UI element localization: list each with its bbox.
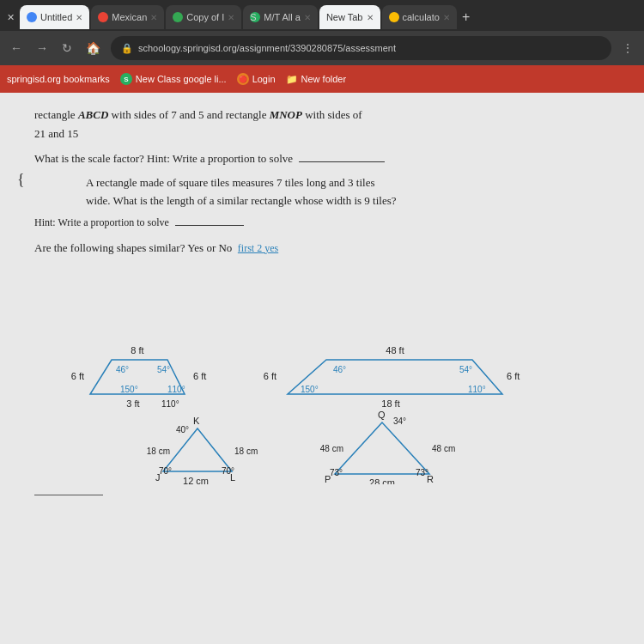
bookmark-login[interactable]: 🔴 Login: [237, 73, 276, 85]
shape3-bottom: 12 cm: [183, 476, 209, 484]
menu-button[interactable]: ⋮: [618, 39, 637, 57]
q1-text: What is the scale factor? Hint: Write a …: [34, 150, 610, 167]
bookmark-label-newfolder: New folder: [301, 74, 347, 84]
forward-button[interactable]: →: [33, 39, 52, 57]
shape3-vertex-j: J: [155, 472, 161, 483]
shape1-right-label: 6 ft: [193, 371, 206, 381]
bookmark-springisd[interactable]: springisd.org bookmarks: [7, 74, 110, 84]
tab-close-copy[interactable]: ✕: [228, 13, 234, 22]
tab-close-mt[interactable]: ✕: [304, 13, 311, 22]
lock-icon: 🔒: [121, 43, 133, 54]
q3-text: Are the following shapes similar? Yes or…: [34, 240, 610, 257]
shape3-top-angle: 40°: [176, 425, 189, 434]
shape4-triangle: [335, 422, 429, 474]
shape1-angle-br: 110°: [167, 385, 185, 394]
shape2-top-label: 48 ft: [386, 345, 404, 355]
q2-section: A rectangle made of square tiles measure…: [86, 174, 610, 210]
shape2-left-label: 6 ft: [264, 371, 276, 381]
shape4-bottom: 28 cm: [369, 477, 395, 484]
shape2-angle-tr: 54°: [459, 365, 472, 374]
shape2-angle-bl: 150°: [301, 385, 319, 394]
address-bar[interactable]: 🔒 schoology.springisd.org/assignment/339…: [111, 36, 611, 60]
shape1-angle-tl: 46°: [116, 365, 129, 374]
hint2-section: Hint: Write a proportion to solve: [34, 216, 610, 229]
tab-copy[interactable]: Copy of I ✕: [166, 5, 241, 29]
page-content: rectangle ABCD with sides of 7 and 5 and…: [0, 93, 644, 644]
q3-section: Are the following shapes similar? Yes or…: [34, 240, 610, 496]
tab-close-newtab[interactable]: ✕: [367, 13, 374, 22]
tab-label-newtab: New Tab: [326, 12, 363, 22]
shape3-right-side: 18 cm: [234, 447, 258, 456]
tab-label-calc: calculato: [403, 12, 440, 22]
tab-untitled[interactable]: Untitled ✕: [20, 5, 89, 29]
bookmark-icon-newfolder: 📁: [286, 74, 298, 85]
shape3-left-side: 18 cm: [147, 447, 170, 456]
tab-label-untitled: Untitled: [40, 12, 72, 22]
address-bar-row: ← → ↻ 🏠 🔒 schoology.springisd.org/assign…: [0, 31, 644, 65]
window-close[interactable]: ✕: [3, 12, 18, 23]
tab-mt[interactable]: S M/T All a ✕: [243, 5, 318, 29]
tab-close-calc[interactable]: ✕: [443, 13, 450, 22]
final-answer-line[interactable]: [34, 495, 103, 495]
q1-section: What is the scale factor? Hint: Write a …: [34, 150, 610, 167]
shapes-svg: 8 ft 46° 54° 150° 110° 6 ft 6 ft 3 ft 11…: [34, 261, 635, 484]
bookmark-icon-newclass: S: [120, 73, 132, 85]
shape4-vertex-r: R: [427, 474, 434, 484]
shape2-bottom-label: 18 ft: [381, 398, 399, 409]
bookmark-label-login: Login: [252, 74, 276, 84]
shape4-angle-bl: 73°: [330, 468, 343, 477]
address-text: schoology.springisd.org/assignment/33902…: [138, 43, 396, 53]
shape4-top-label: Q: [378, 410, 386, 420]
shape2-angle-tl: 46°: [333, 365, 346, 374]
tab-label-mexican: Mexican: [112, 12, 147, 22]
bookmark-icon-login: 🔴: [237, 73, 249, 85]
tab-close-mexican[interactable]: ✕: [150, 13, 157, 22]
q2-line1: A rectangle made of square tiles measure…: [86, 174, 610, 191]
bookmark-newclass[interactable]: S New Class google li...: [120, 73, 227, 85]
shape3-angle-bl: 70°: [159, 466, 172, 476]
q1-answer-line[interactable]: [299, 161, 385, 162]
shape4-vertex-p: P: [325, 474, 331, 484]
tab-label-copy: Copy of I: [186, 12, 224, 22]
tab-newtab[interactable]: New Tab ✕: [319, 5, 380, 29]
tab-mexican[interactable]: Mexican ✕: [91, 5, 164, 29]
shape3-triangle: [163, 428, 232, 471]
bookmark-label-springisd: springisd.org bookmarks: [7, 74, 110, 84]
bracket-symbol: {: [17, 171, 25, 189]
tab-calc[interactable]: calculato ✕: [382, 5, 457, 29]
bookmark-newfolder[interactable]: 📁 New folder: [286, 74, 347, 85]
tab-close-untitled[interactable]: ✕: [76, 13, 82, 22]
shape2-angle-br: 110°: [468, 385, 486, 394]
shape4-top-angle: 34°: [393, 416, 406, 426]
q3-answer: first 2 yes: [238, 242, 278, 254]
shape1-top-label: 8 ft: [131, 345, 143, 355]
tab-icon-mt: S: [250, 12, 260, 22]
back-button[interactable]: ←: [7, 39, 26, 57]
tab-label-mt: M/T All a: [264, 12, 301, 22]
refresh-button[interactable]: ↻: [58, 39, 76, 57]
tab-icon-calc: [389, 12, 399, 22]
shape1-angle-tr: 54°: [157, 365, 170, 374]
tab-icon-copy: [173, 12, 183, 22]
home-button[interactable]: 🏠: [82, 39, 104, 57]
rect-line2: 21 and 15: [34, 125, 610, 143]
shape1-bottomright-label: 110°: [161, 399, 179, 409]
q2-line2: wide. What is the length of a similar re…: [86, 192, 610, 210]
shape1-bottom-label: 3 ft: [126, 398, 139, 409]
rect-line1: rectangle ABCD with sides of 7 and 5 and…: [34, 106, 610, 124]
shape4-right-side: 48 cm: [432, 444, 455, 453]
bookmark-label-newclass: New Class google li...: [136, 74, 227, 84]
q2-answer-line[interactable]: [175, 225, 244, 226]
bookmarks-bar: springisd.org bookmarks S New Class goog…: [0, 65, 644, 93]
tab-icon-mexican: [98, 12, 108, 22]
shape4-left-side: 48 cm: [320, 444, 343, 453]
browser-chrome: ✕ Untitled ✕ Mexican ✕ Copy of I ✕ S M/T…: [0, 0, 644, 93]
shape3-top-label: K: [193, 416, 200, 426]
new-tab-button[interactable]: +: [459, 9, 473, 25]
shape1-left-label: 6 ft: [71, 371, 84, 381]
tab-icon-untitled: [27, 12, 37, 22]
shape3-vertex-l: L: [230, 472, 235, 483]
tab-bar: ✕ Untitled ✕ Mexican ✕ Copy of I ✕ S M/T…: [0, 0, 644, 31]
shape1-angle-bl: 150°: [120, 385, 138, 394]
shape2-right-label: 6 ft: [507, 371, 519, 381]
